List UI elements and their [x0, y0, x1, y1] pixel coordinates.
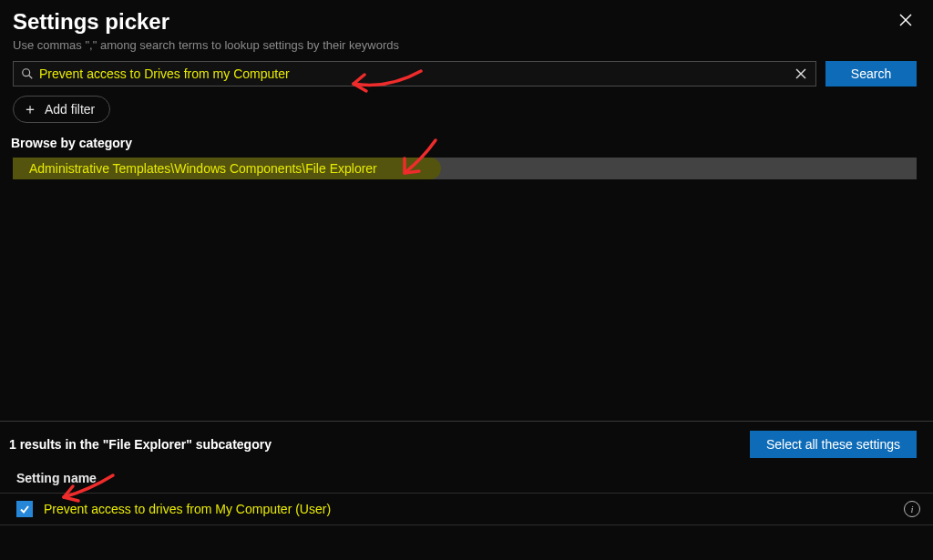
setting-checkbox[interactable] [16, 501, 33, 517]
close-icon [898, 13, 913, 27]
close-button[interactable] [895, 9, 917, 34]
category-path: Administrative Templates\Windows Compone… [29, 161, 377, 176]
search-input[interactable] [39, 66, 792, 81]
select-all-button[interactable]: Select all these settings [750, 431, 917, 458]
clear-search-button[interactable] [792, 66, 810, 82]
info-icon[interactable]: i [904, 501, 920, 517]
search-button[interactable]: Search [825, 61, 917, 87]
search-box[interactable] [13, 61, 816, 87]
add-filter-button[interactable]: ＋ Add filter [13, 96, 110, 123]
check-icon [19, 504, 30, 514]
add-filter-label: Add filter [45, 102, 95, 117]
clear-icon [795, 68, 806, 79]
plus-icon: ＋ [23, 100, 37, 119]
browse-heading: Browse by category [0, 132, 933, 158]
page-subtitle: Use commas "," among search terms to loo… [0, 38, 933, 61]
svg-line-3 [29, 76, 33, 79]
results-summary: 1 results in the "File Explorer" subcate… [9, 437, 272, 452]
category-row[interactable]: Administrative Templates\Windows Compone… [13, 158, 917, 179]
search-icon [21, 67, 34, 80]
svg-point-2 [23, 69, 30, 76]
column-header-setting-name: Setting name [0, 465, 933, 494]
page-title: Settings picker [13, 9, 169, 35]
setting-row[interactable]: Prevent access to drives from My Compute… [0, 494, 933, 525]
setting-name: Prevent access to drives from My Compute… [44, 502, 904, 516]
